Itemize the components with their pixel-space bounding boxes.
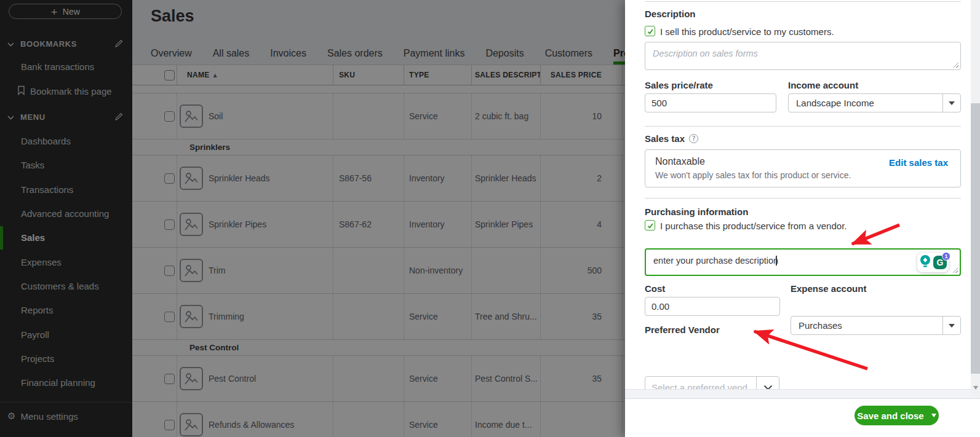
sell-checkbox[interactable]	[645, 26, 655, 36]
scrollbar-down-arrow[interactable]	[973, 386, 978, 390]
purchase-description-value: enter your purchase description	[653, 256, 778, 266]
modal-dim-overlay	[0, 0, 625, 437]
sales-description-placeholder: Description on sales forms	[653, 49, 758, 58]
grammarly-widget: G 1	[917, 253, 949, 272]
sales-tax-note: We won't apply sales tax for this produc…	[655, 170, 851, 180]
resize-handle-icon	[952, 267, 958, 273]
save-and-close-label: Save and close	[857, 411, 923, 421]
quickbooks-app: + New BOOKMARKS Bank transactions Bookma…	[0, 0, 980, 437]
cost-label: Cost	[645, 283, 665, 294]
sales-tax-box: Nontaxable We won't apply sales tax for …	[645, 149, 961, 187]
description-label: Description	[645, 9, 696, 19]
purchase-description-textarea[interactable]: enter your purchase description G 1	[645, 248, 961, 276]
expense-account-dropdown-button[interactable]	[942, 317, 960, 334]
expense-account-select[interactable]: Purchases	[791, 316, 961, 335]
sales-price-input[interactable]: 500	[645, 93, 776, 112]
edit-product-panel: Description I sell this product/service …	[625, 0, 980, 437]
panel-divider	[645, 1, 961, 2]
help-question-icon[interactable]: ?	[689, 134, 698, 143]
scrollbar-track[interactable]	[971, 0, 980, 396]
caret-down-icon	[949, 101, 955, 105]
save-and-close-button[interactable]: Save and close	[855, 406, 939, 425]
expense-account-value: Purchases	[799, 320, 842, 331]
income-account-dropdown-button[interactable]	[942, 94, 960, 112]
sales-tax-label: Sales tax	[645, 133, 685, 144]
preferred-vendor-label: Preferred Vendor	[645, 325, 720, 335]
sales-tax-status: Nontaxable	[655, 156, 705, 167]
sell-checkbox-label: I sell this product/service to my custom…	[660, 26, 834, 37]
expense-account-label: Expense account	[791, 283, 866, 294]
question-glyph: ?	[692, 135, 695, 142]
scrollbar-thumb[interactable]	[971, 103, 980, 374]
sales-price-label: Sales price/rate	[645, 80, 713, 90]
purchase-checkbox-label: I purchase this product/service from a v…	[660, 221, 847, 231]
cost-value: 0.00	[651, 301, 669, 312]
suggestion-bulb-icon[interactable]	[919, 254, 931, 270]
panel-scroll-end	[625, 389, 980, 398]
purchasing-information-label: Purchasing information	[645, 207, 748, 217]
income-account-label: Income account	[788, 80, 858, 90]
grammarly-icon[interactable]: G 1	[933, 256, 947, 269]
resize-handle-icon	[953, 62, 958, 68]
caret-down-icon	[949, 324, 955, 328]
income-account-value: Landscape Income	[796, 98, 874, 108]
caret-down-icon	[931, 414, 936, 417]
grammarly-badge: 1	[942, 252, 950, 261]
panel-footer: Save and close	[625, 398, 980, 436]
panel-divider	[645, 126, 961, 127]
purchase-checkbox[interactable]	[645, 220, 655, 230]
panel-divider	[645, 198, 961, 199]
cost-input[interactable]: 0.00	[645, 297, 780, 316]
edit-sales-tax-link[interactable]: Edit sales tax	[889, 157, 948, 168]
income-account-select[interactable]: Landscape Income	[788, 93, 961, 112]
text-cursor	[776, 256, 777, 266]
sales-description-textarea[interactable]: Description on sales forms	[645, 42, 961, 70]
sales-price-value: 500	[651, 98, 667, 108]
